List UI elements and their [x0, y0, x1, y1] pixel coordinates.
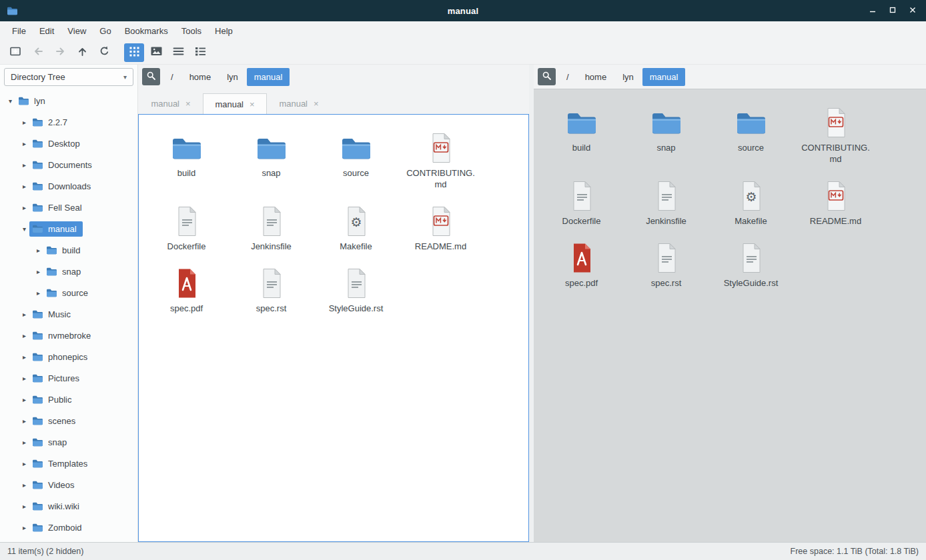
left-file-view[interactable]: buildsnapsourceCONTRIBUTING.mdDockerfile…	[138, 114, 529, 542]
compact-view-button[interactable]	[168, 43, 188, 62]
pane-splitter[interactable]	[529, 65, 534, 542]
file-contributing.md[interactable]: CONTRIBUTING.md	[398, 127, 483, 191]
tree-item-source[interactable]: ▸source	[0, 282, 137, 303]
thumbnail-view-button[interactable]	[146, 43, 166, 62]
tree-item-templates[interactable]: ▸Templates	[0, 453, 137, 474]
tab-manual[interactable]: manual×	[267, 93, 331, 114]
close-button[interactable]	[906, 4, 919, 17]
chevron-down-icon[interactable]: ▾	[5, 97, 15, 105]
file-build[interactable]: build	[539, 101, 624, 165]
file-snap[interactable]: snap	[229, 127, 314, 191]
breadcrumb-root[interactable]: /	[163, 68, 181, 86]
chevron-right-icon[interactable]: ▸	[33, 268, 43, 275]
breadcrumb-lyn[interactable]: lyn	[219, 68, 246, 86]
icon-view-button[interactable]	[124, 43, 144, 62]
menu-tools[interactable]: Tools	[175, 23, 208, 39]
breadcrumb-lyn[interactable]: lyn	[615, 68, 641, 86]
tree-item-phonepics[interactable]: ▸phonepics	[0, 346, 137, 367]
tree-item-2.2.7[interactable]: ▸2.2.7	[0, 111, 137, 133]
tree-item-content[interactable]: scenes	[29, 413, 81, 429]
tree-item-snap[interactable]: ▸snap	[0, 261, 137, 282]
breadcrumb-home[interactable]: home	[182, 68, 219, 86]
file-dockerfile[interactable]: Dockerfile	[539, 175, 624, 227]
tree-item-downloads[interactable]: ▸Downloads	[0, 175, 137, 197]
detailed-view-button[interactable]	[190, 43, 210, 62]
chevron-right-icon[interactable]: ▸	[19, 460, 29, 467]
tree-item-content[interactable]: Downloads	[29, 179, 97, 194]
menu-go[interactable]: Go	[93, 23, 117, 39]
menu-bookmarks[interactable]: Bookmarks	[118, 23, 175, 39]
chevron-right-icon[interactable]: ▸	[19, 183, 29, 190]
chevron-right-icon[interactable]: ▸	[19, 481, 29, 489]
tree-item-lyn[interactable]: ▾lyn	[0, 90, 137, 111]
sidebar-mode-select[interactable]: Directory Tree ▾	[4, 68, 133, 86]
chevron-right-icon[interactable]: ▸	[19, 332, 29, 339]
file-readme.md[interactable]: README.md	[398, 200, 483, 253]
tree-item-documents[interactable]: ▸Documents	[0, 154, 137, 175]
chevron-right-icon[interactable]: ▸	[19, 353, 29, 361]
tree-item-content[interactable]: wiki.wiki	[29, 499, 85, 514]
chevron-right-icon[interactable]: ▸	[19, 204, 29, 211]
file-spec.pdf[interactable]: spec.pdf	[144, 262, 229, 315]
file-spec.rst[interactable]: spec.rst	[624, 237, 709, 289]
file-source[interactable]: source	[709, 101, 793, 165]
tree-item-content[interactable]: Templates	[29, 456, 93, 471]
tab-manual[interactable]: manual×	[203, 93, 267, 114]
tree-item-content[interactable]: Desktop	[29, 136, 86, 151]
tree-item-content[interactable]: source	[43, 285, 94, 301]
tree-item-manual[interactable]: ▾manual	[0, 218, 137, 239]
chevron-right-icon[interactable]: ▸	[19, 119, 29, 126]
tree-item-nvmebroke[interactable]: ▸nvmebroke	[0, 325, 137, 346]
tree-item-fell-seal[interactable]: ▸Fell Seal	[0, 197, 137, 218]
tree-item-content[interactable]: Documents	[29, 157, 98, 173]
tree-item-content[interactable]: lyn	[15, 93, 51, 109]
file-snap[interactable]: snap	[624, 101, 709, 165]
up-button[interactable]	[72, 43, 92, 62]
tree-item-content[interactable]: Music	[29, 307, 77, 322]
chevron-right-icon[interactable]: ▸	[19, 417, 29, 425]
file-makefile[interactable]: ⚙Makefile	[709, 175, 793, 227]
right-file-view[interactable]: buildsnapsourceCONTRIBUTING.mdDockerfile…	[534, 89, 926, 542]
file-build[interactable]: build	[144, 127, 229, 191]
file-jenkinsfile[interactable]: Jenkinsfile	[624, 175, 709, 227]
file-source[interactable]: source	[314, 127, 398, 191]
file-contributing.md[interactable]: CONTRIBUTING.md	[793, 101, 878, 165]
file-spec.rst[interactable]: spec.rst	[229, 262, 314, 315]
minimize-button[interactable]	[866, 4, 879, 17]
maximize-button[interactable]	[886, 4, 899, 17]
file-makefile[interactable]: ⚙Makefile	[314, 200, 398, 253]
chevron-right-icon[interactable]: ▸	[19, 311, 29, 318]
tree-item-content[interactable]: nvmebroke	[29, 328, 97, 343]
back-button[interactable]	[28, 43, 48, 62]
file-dockerfile[interactable]: Dockerfile	[144, 200, 229, 253]
tree-item-music[interactable]: ▸Music	[0, 303, 137, 325]
tree-item-content[interactable]: build	[43, 243, 86, 258]
chevron-right-icon[interactable]: ▸	[19, 375, 29, 382]
path-edit-button[interactable]	[142, 68, 160, 85]
tree-item-wiki.wiki[interactable]: ▸wiki.wiki	[0, 495, 137, 517]
new-tab-button[interactable]	[6, 43, 26, 62]
file-styleguide.rst[interactable]: StyleGuide.rst	[709, 237, 793, 289]
chevron-right-icon[interactable]: ▸	[19, 503, 29, 510]
tree-item-content[interactable]: phonepics	[29, 349, 93, 365]
tree-item-content[interactable]: 2.2.7	[29, 115, 73, 130]
chevron-right-icon[interactable]: ▸	[19, 140, 29, 147]
breadcrumb-manual[interactable]: manual	[247, 68, 290, 86]
tree-item-content[interactable]: snap	[29, 435, 73, 450]
forward-button[interactable]	[50, 43, 70, 62]
reload-button[interactable]	[94, 43, 114, 62]
chevron-right-icon[interactable]: ▸	[19, 524, 29, 531]
breadcrumb-home[interactable]: home	[578, 68, 614, 86]
chevron-right-icon[interactable]: ▸	[19, 161, 29, 169]
menu-file[interactable]: File	[5, 23, 33, 39]
tree-item-content[interactable]: Zomboid	[29, 520, 88, 535]
tree-item-content[interactable]: Public	[29, 392, 77, 407]
file-readme.md[interactable]: README.md	[793, 175, 878, 227]
tree-item-content[interactable]: snap	[43, 264, 87, 279]
file-jenkinsfile[interactable]: Jenkinsfile	[229, 200, 314, 253]
chevron-right-icon[interactable]: ▸	[19, 439, 29, 446]
tree-item-content[interactable]: Pictures	[29, 371, 85, 386]
path-edit-button[interactable]	[538, 68, 556, 85]
tree-item-desktop[interactable]: ▸Desktop	[0, 133, 137, 154]
file-spec.pdf[interactable]: spec.pdf	[539, 237, 624, 289]
